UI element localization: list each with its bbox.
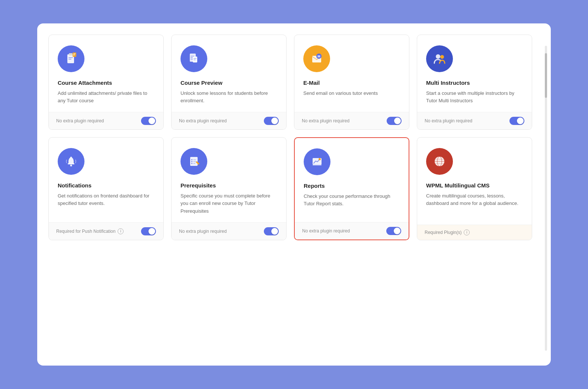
card-body-wpml: WPML Multilingual CMS Create multilingua… [417,138,532,224]
svg-point-20 [70,165,72,167]
svg-rect-4 [68,59,71,60]
footer-info-course-attachments: No extra plugin required [56,118,104,123]
card-desc-course-attachments: Add unlimited attachments/ private files… [58,90,154,105]
footer-label-course-preview: No extra plugin required [179,118,227,123]
card-prerequisites: Prerequisites Specific course you must c… [171,137,287,240]
svg-rect-3 [68,57,73,58]
footer-label-notifications: Required for Push Notification [56,229,115,234]
svg-rect-14 [194,60,196,60]
card-desc-notifications: Get notifications on frontend dashboard … [58,192,154,207]
info-icon-notifications[interactable]: i [118,228,124,234]
svg-rect-19 [68,163,74,164]
card-grid: Course Attachments Add unlimited attachm… [48,35,540,240]
card-footer-reports: No extra plugin required [295,222,409,239]
card-desc-wpml: Create multilingual courses, lessons, da… [426,192,523,207]
footer-info-course-preview: No extra plugin required [179,118,227,123]
svg-rect-13 [194,58,196,59]
scrollbar-thumb [545,53,547,98]
card-footer-course-preview: No extra plugin required [172,112,286,129]
scrollbar[interactable] [545,46,547,351]
card-footer-course-attachments: No extra plugin required [49,112,163,129]
card-title-email: E-Mail [303,80,400,86]
card-body-reports: Reports Check your course performance th… [295,138,409,222]
card-body-notifications: Notifications Get notifications on front… [49,138,163,222]
card-email: ✉ E-Mail Send email on various tutor eve… [294,35,409,130]
card-title-course-attachments: Course Attachments [58,80,154,86]
info-icon-wpml[interactable]: i [464,229,470,235]
card-body-multi-instructors: Multi Instructors Start a course with mu… [417,35,532,112]
card-title-notifications: Notifications [58,182,154,189]
footer-label-email: No extra plugin required [302,118,349,123]
svg-rect-6 [73,54,76,54]
card-desc-course-preview: Unlock some lessons for students before … [180,90,277,105]
card-footer-email: No extra plugin required [294,112,409,129]
svg-rect-27 [191,163,192,164]
footer-label-multi-instructors: No extra plugin required [425,118,472,123]
footer-label-course-attachments: No extra plugin required [56,118,104,123]
card-multi-instructors: Multi Instructors Start a course with mu… [417,35,532,130]
toggle-notifications[interactable] [141,227,156,235]
card-desc-prerequisites: Specific course you must complete before… [180,192,277,215]
footer-info-wpml: Required Plugin(s) i [425,229,470,235]
card-notifications: Notifications Get notifications on front… [48,137,164,240]
card-footer-notifications: Required for Push Notification i [49,222,163,240]
card-footer-wpml: Required Plugin(s) i [417,225,532,240]
svg-point-31 [319,158,321,160]
svg-rect-28 [193,163,195,164]
toggle-course-attachments[interactable] [141,117,156,125]
svg-rect-7 [73,55,75,55]
svg-rect-9 [191,56,194,57]
svg-rect-26 [193,161,196,162]
card-footer-prerequisites: No extra plugin required [172,222,286,240]
card-body-email: ✉ E-Mail Send email on various tutor eve… [294,35,409,112]
toggle-multi-instructors[interactable] [509,117,524,125]
footer-info-multi-instructors: No extra plugin required [425,118,472,123]
footer-info-email: No extra plugin required [302,118,349,123]
main-container: Course Attachments Add unlimited attachm… [37,23,551,366]
svg-rect-24 [193,160,196,160]
footer-info-reports: No extra plugin required [302,228,350,234]
card-title-wpml: WPML Multilingual CMS [426,182,523,189]
footer-info-prerequisites: No extra plugin required [179,229,227,234]
card-footer-multi-instructors: No extra plugin required [417,112,532,129]
svg-rect-23 [191,159,192,160]
svg-rect-2 [69,53,73,55]
svg-rect-25 [191,161,192,162]
card-course-attachments: Course Attachments Add unlimited attachm… [48,35,164,130]
svg-point-18 [440,55,444,59]
card-reports: Reports Check your course performance th… [294,137,409,240]
svg-point-17 [436,54,440,59]
card-title-course-preview: Course Preview [180,80,277,86]
svg-rect-32 [313,165,322,165]
card-wpml: WPML Multilingual CMS Create multilingua… [417,137,532,240]
card-title-prerequisites: Prerequisites [180,182,277,189]
card-body-course-preview: Course Preview Unlock some lessons for s… [172,35,286,112]
footer-label-wpml: Required Plugin(s) [425,230,461,235]
svg-text:✉: ✉ [317,55,320,58]
card-body-prerequisites: Prerequisites Specific course you must c… [172,138,286,222]
svg-point-21 [70,157,72,158]
card-course-preview: Course Preview Unlock some lessons for s… [171,35,287,130]
card-title-multi-instructors: Multi Instructors [426,80,523,86]
footer-label-prerequisites: No extra plugin required [179,229,227,234]
card-desc-reports: Check your course performance through Tu… [304,193,400,208]
footer-info-notifications: Required for Push Notification i [56,228,124,234]
toggle-reports[interactable] [386,227,401,235]
card-desc-email: Send email on various tutor events [303,90,400,97]
toggle-prerequisites[interactable] [264,227,279,235]
toggle-email[interactable] [387,117,402,125]
card-title-reports: Reports [304,183,400,189]
card-desc-multi-instructors: Start a course with multiple instructors… [426,90,523,105]
toggle-course-preview[interactable] [264,117,279,125]
footer-label-reports: No extra plugin required [302,228,350,234]
card-body-course-attachments: Course Attachments Add unlimited attachm… [49,35,163,112]
